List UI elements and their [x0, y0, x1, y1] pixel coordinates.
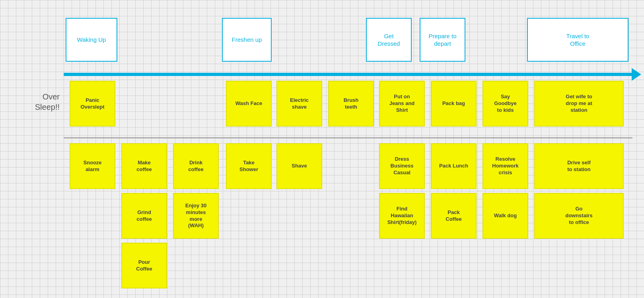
note-get-wife-drop[interactable]: Get wife todrop me atstation	[534, 81, 624, 127]
note-grind-coffee[interactable]: Grindcoffee	[121, 193, 167, 239]
note-panic-overslept[interactable]: PanicOverslept	[70, 81, 115, 127]
note-resolve-homework[interactable]: ResolveHomeworkcrisis	[483, 143, 528, 189]
note-drink-coffee[interactable]: Drinkcoffee	[173, 143, 219, 189]
phase-get-dressed: GetDressed	[366, 18, 412, 62]
note-wash-face[interactable]: Wash Face	[226, 81, 272, 127]
note-pack-coffee[interactable]: PackCoffee	[431, 193, 477, 239]
phase-travel-to-office: Travel toOffice	[527, 18, 628, 62]
timeline-arrow	[64, 73, 632, 76]
main-canvas: OverSleep!! Waking UpFreshen upGetDresse…	[0, 0, 644, 298]
note-shave[interactable]: Shave	[276, 143, 322, 189]
note-dress-business-casual[interactable]: DressBusinessCasual	[379, 143, 425, 189]
note-pack-lunch[interactable]: Pack Lunch	[431, 143, 477, 189]
divider-line	[64, 137, 632, 138]
note-drive-self-station[interactable]: Drive selfto station	[534, 143, 624, 189]
phase-freshen-up: Freshen up	[222, 18, 272, 62]
phase-prepare-to-depart: Prepare todepart	[420, 18, 465, 62]
note-put-on-jeans[interactable]: Put onJeans andShirt	[379, 81, 425, 127]
oversleep-label: OverSleep!!	[8, 92, 60, 112]
note-take-shower[interactable]: TakeShower	[226, 143, 272, 189]
note-say-goodbye[interactable]: SayGoodbyeto kids	[483, 81, 528, 127]
note-make-coffee[interactable]: Makecoffee	[121, 143, 167, 189]
note-snooze-alarm[interactable]: Snoozealarm	[70, 143, 115, 189]
note-pour-coffee[interactable]: PourCoffee	[121, 243, 167, 288]
phase-waking-up: Waking Up	[66, 18, 117, 62]
note-electric-shave[interactable]: Electricshave	[276, 81, 322, 127]
note-find-hawaiian[interactable]: FindHawaiianShirt(friday)	[379, 193, 425, 239]
note-pack-bag[interactable]: Pack bag	[431, 81, 477, 127]
note-go-downstairs[interactable]: Godownstairsto office	[534, 193, 624, 239]
note-enjoy-30-min[interactable]: Enjoy 30minutesmore(WAH)	[173, 193, 219, 239]
note-walk-dog[interactable]: Walk dog	[483, 193, 528, 239]
note-brush-teeth[interactable]: Brushteeth	[328, 81, 374, 127]
